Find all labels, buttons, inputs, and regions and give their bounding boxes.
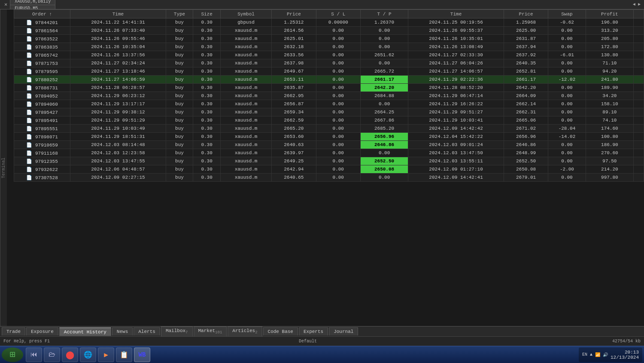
taskbar-wb-button[interactable]: WB bbox=[134, 348, 150, 362]
table-row[interactable]: 📄 973075282024.12.09 02:27:15buy0.30xauu… bbox=[14, 174, 644, 182]
top-tab-3[interactable]: XAUUSD,m,Daily bbox=[10, 0, 55, 5]
table-cell: xauusd.m bbox=[220, 125, 271, 133]
table-row[interactable]: 📄 978657422024.11.26 13:37:56buy0.30xauu… bbox=[14, 51, 644, 59]
table-cell: 2664.25 bbox=[360, 108, 408, 116]
table-row[interactable]: 📄 979106592024.12.03 08:14:48buy0.30xauu… bbox=[14, 141, 644, 149]
table-cell: xauusd.m bbox=[220, 108, 271, 116]
table-cell: 2667.86 bbox=[360, 116, 408, 125]
table-cell: 2024.11.26 10:35:04 bbox=[70, 43, 166, 51]
table-cell: 0.30 bbox=[193, 125, 221, 133]
start-button[interactable]: ⊞ bbox=[2, 348, 23, 362]
table-cell: 2646.86 bbox=[360, 141, 408, 149]
taskbar-folder-button[interactable]: 🗁 bbox=[44, 348, 60, 362]
trade-table-wrapper: Order ↑ Time Type Size Symbol Price S / … bbox=[14, 9, 644, 326]
table-row[interactable]: 📄 979111682024.12.03 12:23:58buy0.30xauu… bbox=[14, 149, 644, 157]
table-cell: 196.80 bbox=[586, 18, 633, 27]
table-cell: 100.80 bbox=[586, 133, 633, 141]
table-row[interactable]: 📄 978635222024.11.26 09:55:46buy0.30xauu… bbox=[14, 35, 644, 43]
table-cell: gbpusd bbox=[220, 18, 271, 27]
table-cell: 2024.11.29 06:23:12 bbox=[70, 92, 166, 100]
table-cell: 2024.11.27 02:34:24 bbox=[70, 59, 166, 67]
bottom-tab-market[interactable]: Market101 bbox=[194, 326, 227, 336]
table-row[interactable]: 📄 978980712024.11.29 18:51:31buy0.30xauu… bbox=[14, 133, 644, 141]
table-row[interactable]: 📄 978955512024.11.29 10:03:49buy0.30xauu… bbox=[14, 125, 644, 133]
table-cell: xauusd.m bbox=[220, 100, 271, 108]
table-cell: 2650.08 bbox=[504, 165, 548, 174]
table-cell: buy bbox=[166, 125, 193, 133]
bottom-tab-exposure[interactable]: Exposure bbox=[26, 327, 58, 336]
bottom-tab-code-base[interactable]: Code Base bbox=[263, 327, 298, 336]
table-cell: 2024.12.09 02:27:15 bbox=[70, 174, 166, 182]
col-header-type[interactable]: Type bbox=[166, 10, 193, 18]
table-cell: 📄 97895427 bbox=[14, 108, 70, 116]
taskbar-media-button[interactable]: ▶ bbox=[98, 348, 114, 362]
table-row[interactable]: 📄 978954912024.11.29 09:51:29buy0.30xauu… bbox=[14, 116, 644, 125]
table-row[interactable]: 📄 978940602024.11.29 13:17:17buy0.30xauu… bbox=[14, 100, 644, 108]
col-header-size[interactable]: Size bbox=[193, 10, 221, 18]
taskbar-back-button[interactable]: ⏮ bbox=[26, 348, 42, 362]
bottom-tab-mailbox[interactable]: Mailbox7 bbox=[161, 326, 193, 336]
taskbar-chrome-button[interactable]: ⬤ bbox=[62, 348, 78, 362]
memory-text: 42754/54 kb bbox=[612, 339, 641, 344]
col-header-symbol[interactable]: Symbol bbox=[220, 10, 271, 18]
taskbar-app1-button[interactable]: 📋 bbox=[116, 348, 132, 362]
table-cell bbox=[634, 92, 644, 100]
bottom-tab-news[interactable]: News bbox=[112, 327, 133, 336]
bottom-tab-journal[interactable]: Journal bbox=[329, 327, 358, 336]
bottom-tab-experts[interactable]: Experts bbox=[299, 327, 328, 336]
table-cell: buy bbox=[166, 100, 193, 108]
table-row[interactable]: 📄 978954272024.11.29 09:38:12buy0.30xauu… bbox=[14, 108, 644, 116]
taskbar-ie-button[interactable]: 🌐 bbox=[80, 348, 96, 362]
table-cell: 0.30 bbox=[193, 92, 221, 100]
table-cell: buy bbox=[166, 149, 193, 157]
table-row[interactable]: 📄 979123552024.12.03 13:47:55buy0.30xauu… bbox=[14, 157, 644, 165]
col-header-price[interactable]: Price bbox=[272, 10, 316, 18]
table-cell: 📄 97865742 bbox=[14, 51, 70, 59]
table-cell: 0.00 bbox=[316, 27, 360, 35]
col-header-time[interactable]: Time bbox=[70, 10, 166, 18]
col-header-swap[interactable]: Swap bbox=[548, 10, 586, 18]
table-cell: 0.00 bbox=[316, 108, 360, 116]
table-row[interactable]: 📄 978442012024.11.22 14:41:31buy0.30gbpu… bbox=[14, 18, 644, 27]
table-cell: 📄 97894060 bbox=[14, 100, 70, 108]
tab-scroll-arrows[interactable]: ◄ ► bbox=[631, 2, 642, 7]
table-row[interactable]: 📄 978940522024.11.29 06:23:12buy0.30xauu… bbox=[14, 92, 644, 100]
col-header-time2[interactable]: Time bbox=[408, 10, 504, 18]
table-cell: 1.26370 bbox=[360, 18, 408, 27]
top-tab-4[interactable]: EURUSD,M5 bbox=[10, 5, 55, 10]
table-cell: 2684.88 bbox=[360, 92, 408, 100]
table-row[interactable]: 📄 978867312024.11.28 06:28:57buy0.30xauu… bbox=[14, 84, 644, 92]
table-cell: -28.04 bbox=[548, 125, 586, 133]
col-header-price2[interactable]: Price bbox=[504, 10, 548, 18]
bottom-tab-account-history[interactable]: Account History bbox=[59, 327, 111, 336]
table-cell: 172.80 bbox=[586, 43, 633, 51]
table-row[interactable]: 📄 979326222024.12.06 04:48:57buy0.30xauu… bbox=[14, 165, 644, 174]
table-cell: 2024.12.09 01:27:10 bbox=[408, 165, 504, 174]
table-row[interactable]: 📄 978717532024.11.27 02:34:24buy0.30xauu… bbox=[14, 59, 644, 67]
table-cell: 0.30 bbox=[193, 35, 221, 43]
table-row[interactable]: 📄 978638352024.11.26 10:35:04buy0.30xauu… bbox=[14, 43, 644, 51]
table-cell: 📄 97912355 bbox=[14, 157, 70, 165]
table-cell: xauusd.m bbox=[220, 35, 271, 43]
table-cell: xauusd.m bbox=[220, 92, 271, 100]
clock-time: 20:13 bbox=[611, 350, 639, 355]
table-row[interactable]: 📄 978795952024.11.27 13:18:46buy0.30xauu… bbox=[14, 67, 644, 76]
col-header-profit[interactable]: Profit bbox=[586, 10, 633, 18]
table-cell: 📄 97861564 bbox=[14, 27, 70, 35]
top-tab-close[interactable]: ✕ bbox=[2, 1, 10, 8]
table-cell: 2024.11.26 10:35:01 bbox=[408, 35, 504, 43]
col-header-order[interactable]: Order ↑ bbox=[14, 10, 70, 18]
table-row[interactable]: 📄 978615642024.11.26 07:33:40buy0.30xauu… bbox=[14, 27, 644, 35]
table-cell: xauusd.m bbox=[220, 59, 271, 67]
table-cell: 2656.96 bbox=[504, 133, 548, 141]
bottom-tab-alerts[interactable]: Alerts bbox=[134, 327, 160, 336]
col-header-tp[interactable]: T / P bbox=[360, 10, 408, 18]
table-cell: 0.30 bbox=[193, 18, 221, 27]
table-cell: 2656.87 bbox=[272, 100, 316, 108]
table-cell: xauusd.m bbox=[220, 67, 271, 76]
bottom-tab-articles[interactable]: Articles2 bbox=[228, 326, 262, 336]
bottom-tab-trade[interactable]: Trade bbox=[2, 327, 25, 336]
table-row[interactable]: 📄 978802522024.11.27 14:06:59buy0.30xauu… bbox=[14, 76, 644, 84]
table-cell: 0.00 bbox=[316, 116, 360, 125]
col-header-sl[interactable]: S / L bbox=[316, 10, 360, 18]
